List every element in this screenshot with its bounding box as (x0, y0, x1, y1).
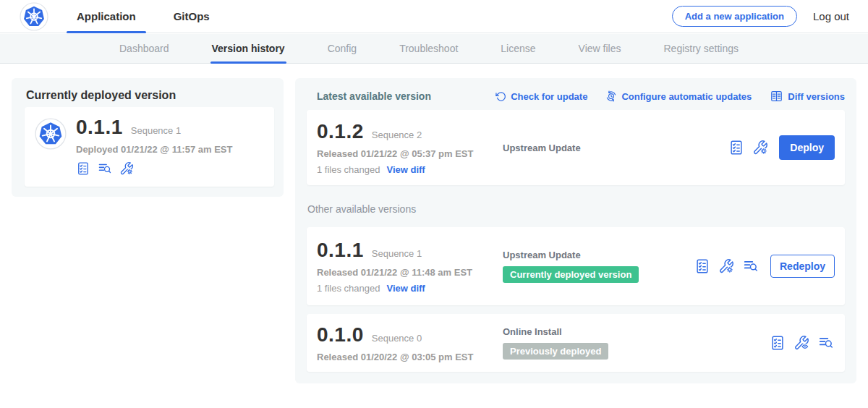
view-diff-link[interactable]: View diff (386, 164, 425, 175)
logout-link[interactable]: Log out (813, 10, 849, 22)
currently-deployed-badge: Currently deployed version (503, 266, 639, 283)
files-changed-label: 1 files changed (317, 164, 380, 175)
view-diff-link[interactable]: View diff (386, 283, 425, 294)
version-info: 0.1.2 Sequence 2 Released 01/21/22 @ 05:… (317, 120, 503, 175)
subnav-version-history-label: Version history (212, 43, 285, 54)
source-label: Upstream Update (503, 250, 655, 260)
diff-versions-link[interactable]: Diff versions (770, 90, 845, 103)
version-source: Upstream Update (503, 143, 655, 153)
top-header: Application GitOps Add a new application… (0, 0, 868, 33)
header-actions: Add a new application Log out (672, 6, 868, 27)
version-row-actions: Deploy (728, 135, 835, 160)
configure-automatic-updates-label: Configure automatic updates (621, 91, 752, 102)
edit-config-icon[interactable] (752, 140, 768, 156)
configure-automatic-updates-link[interactable]: Configure automatic updates (605, 90, 752, 102)
subnav-license[interactable]: License (501, 34, 535, 63)
source-label: Upstream Update (503, 143, 655, 153)
source-label: Online Install (503, 326, 655, 337)
version-sequence: Sequence 1 (372, 248, 422, 259)
version-row-actions: Redeploy (694, 255, 835, 278)
subnav-license-label: License (501, 43, 535, 54)
header-tabs: Application GitOps (67, 0, 220, 33)
version-row-0.1.1: 0.1.1 Sequence 1 Released 01/21/22 @ 11:… (307, 227, 845, 305)
subnav-troubleshoot-label: Troubleshoot (399, 43, 458, 54)
refresh-icon (495, 91, 506, 102)
deployed-version-info: 0.1.1 Sequence 1 Deployed 01/21/22 @ 11:… (76, 116, 232, 178)
subnav-dashboard[interactable]: Dashboard (119, 34, 169, 63)
version-actions: Check for update Configure automatic upd… (495, 90, 845, 103)
version-number: 0.1.2 (317, 120, 364, 143)
version-number: 0.1.1 (317, 239, 364, 262)
subnav-registry-settings-label: Registry settings (663, 43, 738, 54)
app-subnav: Dashboard Version history Config Trouble… (0, 34, 868, 64)
release-timestamp: Released 01/20/22 @ 03:05 pm EST (317, 352, 503, 362)
preflight-checks-icon[interactable] (76, 161, 90, 176)
app-logo-icon (35, 118, 67, 150)
check-for-update-label: Check for update (511, 91, 587, 102)
subnav-dashboard-label: Dashboard (119, 43, 169, 54)
redeploy-button[interactable]: Redeploy (770, 255, 835, 278)
latest-version-header: Latest available version Check for updat… (317, 90, 845, 103)
subnav-view-files[interactable]: View files (579, 34, 621, 63)
subnav-version-history[interactable]: Version history (212, 34, 285, 63)
release-timestamp: Released 01/21/22 @ 05:37 pm EST (317, 148, 503, 159)
view-logs-icon[interactable] (742, 258, 760, 274)
deployed-sequence: Sequence 1 (131, 125, 181, 136)
clock-refresh-icon (605, 90, 617, 102)
version-row-0.1.2: 0.1.2 Sequence 2 Released 01/21/22 @ 05:… (307, 110, 845, 185)
preflight-checks-icon[interactable] (770, 335, 786, 351)
deployed-timestamp: Deployed 01/21/22 @ 11:57 am EST (76, 144, 232, 155)
subnav-config[interactable]: Config (328, 34, 357, 63)
version-number: 0.1.0 (317, 323, 364, 347)
view-config-icon[interactable] (793, 335, 809, 351)
subnav-troubleshoot[interactable]: Troubleshoot (399, 34, 458, 63)
version-info: 0.1.1 Sequence 1 Released 01/21/22 @ 11:… (317, 239, 503, 294)
tab-gitops[interactable]: GitOps (163, 0, 220, 33)
subnav-registry-settings[interactable]: Registry settings (663, 34, 738, 63)
previously-deployed-badge: Previously deployed (503, 343, 608, 360)
preflight-checks-icon[interactable] (694, 258, 710, 274)
add-application-button[interactable]: Add a new application (672, 6, 797, 27)
subnav-config-label: Config (328, 43, 357, 54)
version-source: Online Install Previously deployed (503, 326, 655, 360)
version-row-actions (770, 335, 835, 351)
deploy-button[interactable]: Deploy (779, 135, 835, 160)
version-sequence: Sequence 2 (372, 129, 422, 140)
version-source: Upstream Update Currently deployed versi… (503, 250, 655, 283)
subnav-view-files-label: View files (579, 43, 621, 54)
check-for-update-link[interactable]: Check for update (495, 91, 587, 102)
tab-application[interactable]: Application (67, 0, 146, 33)
view-logs-icon[interactable] (817, 335, 835, 351)
tab-application-label: Application (77, 10, 136, 22)
version-info: 0.1.0 Sequence 0 Released 01/20/22 @ 03:… (317, 323, 503, 362)
deployed-icon-actions (76, 161, 232, 176)
currently-deployed-title: Currently deployed version (26, 89, 176, 102)
diff-icon (770, 90, 783, 103)
view-logs-icon[interactable] (97, 161, 113, 176)
release-timestamp: Released 01/21/22 @ 11:48 am EST (317, 267, 503, 278)
edit-config-icon[interactable] (718, 258, 734, 274)
files-changed-label: 1 files changed (317, 283, 380, 294)
version-row-0.1.0: 0.1.0 Sequence 0 Released 01/20/22 @ 03:… (307, 314, 845, 372)
tab-gitops-label: GitOps (174, 10, 210, 22)
version-sequence: Sequence 0 (372, 333, 422, 344)
deployed-version-number: 0.1.1 (76, 116, 123, 139)
version-history-panel: Latest available version Check for updat… (295, 78, 856, 383)
kubernetes-logo-icon (20, 2, 48, 31)
edit-config-icon[interactable] (119, 161, 134, 176)
latest-version-title: Latest available version (317, 90, 431, 102)
deployed-version-card: 0.1.1 Sequence 1 Deployed 01/21/22 @ 11:… (25, 107, 274, 187)
diff-versions-label: Diff versions (788, 91, 845, 102)
other-versions-title: Other available versions (307, 203, 416, 215)
preflight-checks-icon[interactable] (728, 140, 744, 156)
currently-deployed-panel: Currently deployed version 0.1.1 Sequenc… (12, 78, 284, 197)
